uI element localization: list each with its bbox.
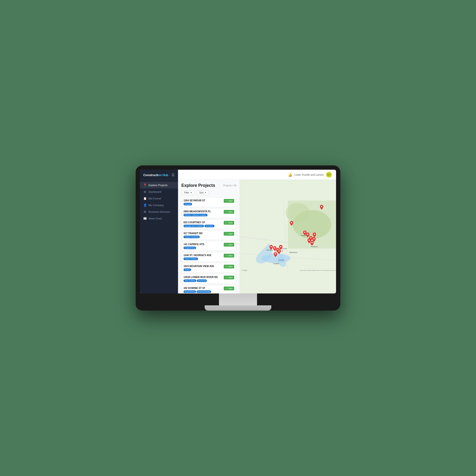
- sidebar-item-news-feed[interactable]: 📰 News Feed: [140, 215, 178, 222]
- view-button[interactable]: ✓ View: [224, 210, 234, 214]
- project-tags: Kitchen Cabinets Installer: [184, 214, 222, 216]
- tag: Kitchen Cabinets Installer: [184, 214, 207, 216]
- app-wrapper: Construction Hub ☰ 📍 Explore Projects ⊞ …: [140, 170, 336, 293]
- project-info: 332 DOWNIE ST ST Engineering Environment…: [184, 287, 222, 293]
- project-address: 1304 SEYMOUR ST: [184, 199, 222, 202]
- view-button[interactable]: ✓ View: [224, 254, 234, 257]
- sort-button[interactable]: Sort ▼: [197, 190, 209, 195]
- sidebar-item-bid-funnel[interactable]: 📋 Bid Funnel: [140, 195, 178, 202]
- sidebar-item-my-company[interactable]: 👤 My Company: [140, 202, 178, 208]
- sort-chevron-icon: ▼: [205, 192, 206, 194]
- sidebar-item-label: Bid Funnel: [149, 197, 161, 200]
- project-info: 2900 MEADOWVISTA PL Kitchen Cabinets Ins…: [184, 210, 222, 216]
- tag: Electrical: [197, 279, 207, 282]
- project-tags: Engineering Environmental: [184, 290, 222, 293]
- table-row: 141 CAPRICE HTS Engineering ✓ View: [181, 241, 236, 251]
- directory-icon: ⊞: [143, 210, 147, 214]
- map-area[interactable]: Kamloops Nanaimo Richmond Surrey Abbotsf…: [240, 180, 336, 293]
- filter-sort-row: Filter ▼ Sort ▼: [181, 190, 236, 195]
- svg-text:Google: Google: [242, 270, 247, 271]
- breadcrumb: Projects / All: [223, 184, 236, 187]
- tag: Home Theater: [184, 257, 198, 260]
- menu-icon[interactable]: ☰: [171, 173, 175, 177]
- sidebar-item-explore-projects[interactable]: 📍 Explore Projects: [140, 182, 178, 188]
- sidebar-item-business-directory[interactable]: ⊞ Business Directory: [140, 208, 178, 215]
- tag: Tree Cutting: [184, 279, 196, 282]
- view-button[interactable]: ✓ View: [224, 232, 234, 236]
- view-button[interactable]: ✓ View: [224, 199, 234, 203]
- svg-point-27: [278, 250, 280, 252]
- avatar: 9.7: [326, 172, 332, 178]
- logo-text: Construction Hub: [143, 173, 168, 177]
- svg-point-24: [271, 246, 272, 247]
- project-tags: Gutter: [184, 269, 222, 271]
- logo-hub: on Hub: [158, 173, 168, 177]
- table-row: 332 DOWNIE ST ST Engineering Environment…: [181, 285, 236, 293]
- project-tags: Tree Cutting Electrical: [184, 279, 222, 282]
- svg-point-20: [310, 237, 311, 238]
- view-button[interactable]: ✓ View: [224, 265, 234, 269]
- project-info: 417 TRANSIT RD Carpet Cleaning: [184, 232, 222, 238]
- project-address: 141 CAPRICE HTS: [184, 243, 222, 246]
- view-button[interactable]: ✓ View: [224, 287, 234, 290]
- project-info: 13520 LOWER MUD RIVER RD Tree Cutting El…: [184, 276, 222, 282]
- table-row: 13520 LOWER MUD RIVER RD Tree Cutting El…: [181, 274, 236, 284]
- sidebar-item-label: News Feed: [149, 217, 162, 220]
- main-area: 🔔 Lowe, Kunde and Larson 9.7 Explore Pro…: [178, 170, 336, 293]
- svg-text:Victoria: Victoria: [278, 259, 284, 261]
- view-button[interactable]: ✓ View: [224, 221, 234, 225]
- table-row: 2900 MEADOWVISTA PL Kitchen Cabinets Ins…: [181, 208, 236, 218]
- bell-icon[interactable]: 🔔: [288, 173, 292, 177]
- view-button[interactable]: ✓ View: [224, 276, 234, 279]
- map-svg: Kamloops Nanaimo Richmond Surrey Abbotsf…: [240, 180, 336, 293]
- table-row: 1240 ST. GEORGE'S AVE Home Theater ✓ Vie…: [181, 252, 236, 262]
- location-icon: 📍: [143, 184, 147, 187]
- svg-point-22: [308, 240, 310, 241]
- project-address: 332 DOWNIE ST ST: [184, 287, 222, 290]
- svg-text:Nanaimo: Nanaimo: [266, 249, 273, 251]
- svg-point-19: [314, 234, 315, 235]
- svg-point-21: [313, 238, 315, 239]
- header-right: 🔔 Lowe, Kunde and Larson 9.7: [288, 172, 332, 178]
- project-address: 417 TRANSIT RD: [184, 232, 222, 235]
- project-tags: Drywall: [184, 203, 222, 205]
- project-tags: Engineering: [184, 247, 222, 249]
- monitor-stand-base: [205, 305, 271, 311]
- svg-text:Surrey: Surrey: [282, 248, 287, 250]
- table-row: 417 TRANSIT RD Carpet Cleaning ✓ View: [181, 230, 236, 240]
- monitor-stand-neck: [219, 293, 257, 305]
- project-address: 13520 LOWER MUD RIVER RD: [184, 276, 222, 279]
- company-name: Lowe, Kunde and Larson: [295, 173, 324, 176]
- dashboard-icon: ⊞: [143, 190, 147, 193]
- funnel-icon: 📋: [143, 197, 147, 200]
- sidebar: Construction Hub ☰ 📍 Explore Projects ⊞ …: [140, 170, 178, 293]
- project-info: 1240 ST. GEORGE'S AVE Home Theater: [184, 254, 222, 260]
- sidebar-item-dashboard[interactable]: ⊞ Dashboard: [140, 188, 178, 195]
- tag: Gutter: [184, 269, 191, 271]
- project-info: 141 CAPRICE HTS Engineering: [184, 243, 222, 249]
- tag: Engineering: [184, 290, 196, 293]
- sidebar-nav: 📍 Explore Projects ⊞ Dashboard 📋 Bid Fun…: [140, 179, 178, 293]
- project-tags: Carpet Cleaning: [184, 236, 222, 238]
- content: Explore Projects Projects / All Filter ▼: [178, 180, 336, 293]
- table-row: 1815 MOUNTAIN VIEW AVE Gutter ✓ View: [181, 263, 236, 273]
- filter-chevron-icon: ▼: [190, 192, 192, 194]
- table-row: 633 COURTNEY ST Garage Door Installer Su…: [181, 219, 236, 229]
- projects-panel: Explore Projects Projects / All Filter ▼: [178, 180, 240, 293]
- sidebar-logo: Construction Hub ☰: [140, 170, 178, 179]
- filter-button[interactable]: Filter ▼: [181, 190, 195, 195]
- screen: Construction Hub ☰ 📍 Explore Projects ⊞ …: [140, 170, 336, 293]
- svg-point-17: [304, 232, 305, 233]
- view-button[interactable]: ✓ View: [224, 243, 234, 247]
- svg-point-16: [321, 206, 322, 207]
- news-icon: 📰: [143, 217, 147, 220]
- tag: Carpet Cleaning: [184, 236, 200, 238]
- svg-text:Seattle: Seattle: [273, 262, 279, 265]
- svg-point-23: [311, 242, 312, 243]
- svg-point-28: [280, 246, 281, 247]
- project-info: 1815 MOUNTAIN VIEW AVE Gutter: [184, 265, 222, 271]
- sidebar-item-label: My Company: [149, 204, 164, 206]
- tag: Engineering: [184, 247, 196, 249]
- project-address: 1815 MOUNTAIN VIEW AVE: [184, 265, 222, 268]
- page-title: Explore Projects: [181, 183, 215, 188]
